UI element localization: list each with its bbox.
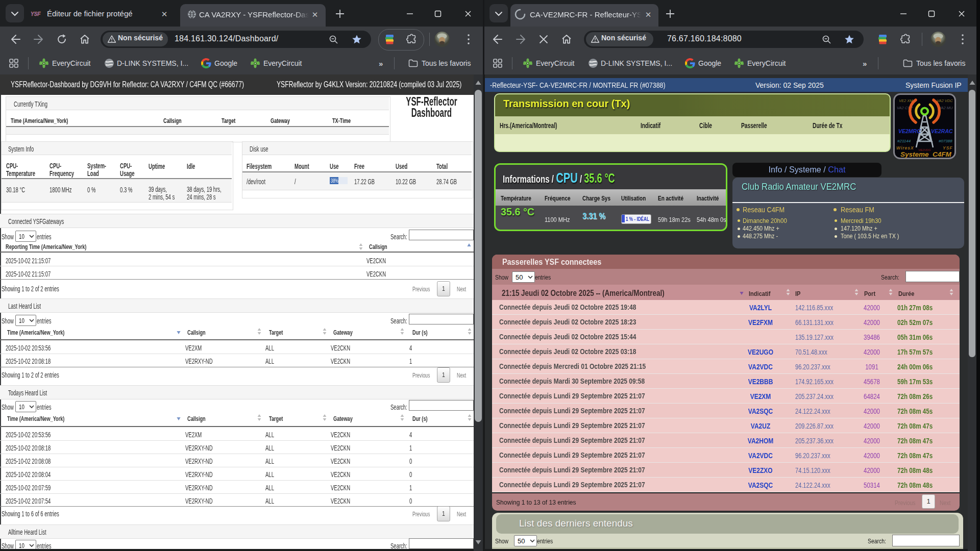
svg-text:WiresX: WiresX (896, 145, 914, 151)
svg-text:VA2 MU: VA2 MU (939, 106, 953, 110)
svg-text:Systeme C4FM: Systeme C4FM (900, 151, 952, 158)
svg-text:VE2RAC: VE2RAC (931, 128, 953, 134)
svg-text:VE2MRC: VE2MRC (898, 128, 921, 134)
svg-text:VA2 VDC: VA2 VDC (937, 98, 953, 103)
svg-text:YSF: YSF (943, 145, 953, 151)
svg-text:YSF: YSF (31, 11, 41, 17)
svg-text:VE2 XM: VE2 XM (899, 98, 913, 103)
svg-text:#07388: #07388 (939, 139, 952, 143)
svg-text:#21144: #21144 (897, 139, 911, 143)
